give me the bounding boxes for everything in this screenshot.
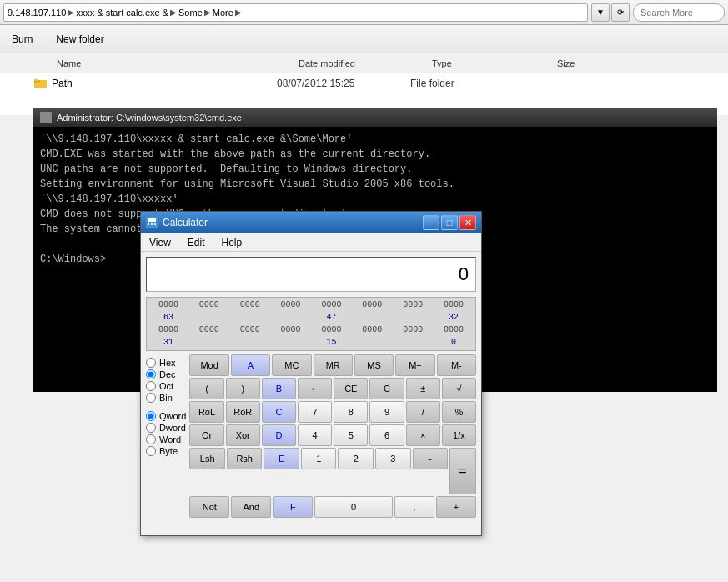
inv-button[interactable]: 1/x [442, 424, 476, 446]
dec-radio[interactable]: Dec [146, 369, 186, 379]
dec-radio-input[interactable] [146, 369, 156, 379]
reg-1-4: 0000 [312, 324, 352, 336]
reg-0-0: 0000 [148, 299, 188, 311]
col-type-header[interactable]: Type [425, 58, 550, 68]
maximize-button[interactable]: □ [441, 215, 458, 230]
calc-title-left: Calculator [146, 217, 208, 228]
menu-view[interactable]: View [144, 235, 176, 250]
hex-radio-input[interactable] [146, 358, 156, 368]
dot-button[interactable]: . [394, 496, 434, 518]
close-button[interactable]: ✕ [459, 215, 476, 230]
reg-num2-1 [189, 337, 229, 349]
qword-radio-input[interactable] [146, 411, 156, 421]
div-button[interactable]: / [406, 401, 440, 423]
plusminus-button[interactable]: ± [406, 378, 440, 399]
table-row[interactable]: Path 08/07/2012 15:25 File folder [0, 73, 728, 93]
dword-radio-input[interactable] [146, 423, 156, 433]
new-folder-button[interactable]: New folder [51, 30, 108, 48]
bin-radio-input[interactable] [146, 393, 156, 403]
qword-radio[interactable]: Qword [146, 411, 186, 421]
mminus-button[interactable]: M- [437, 354, 476, 376]
xor-button[interactable]: Xor [226, 424, 260, 446]
col-date-header[interactable]: Date modified [292, 58, 425, 68]
ce-button[interactable]: CE [334, 378, 368, 399]
address-seg-arrow: ▶ [235, 8, 242, 17]
8-button[interactable]: 8 [334, 401, 368, 423]
not-button[interactable]: Not [189, 496, 229, 518]
2-button[interactable]: 2 [338, 448, 374, 469]
e-button[interactable]: E [264, 448, 299, 469]
sqrt-button[interactable]: √ [442, 378, 476, 399]
a-button[interactable]: A [231, 354, 270, 376]
backspace-button[interactable]: ← [298, 378, 332, 399]
5-button[interactable]: 5 [334, 424, 368, 446]
byte-radio-input[interactable] [146, 446, 156, 456]
6-button[interactable]: 6 [369, 424, 404, 446]
word-radio[interactable]: Word [146, 434, 186, 444]
reg-1-3: 0000 [271, 324, 311, 336]
svg-rect-7 [154, 223, 156, 225]
svg-rect-6 [151, 223, 153, 225]
search-input[interactable] [633, 3, 725, 22]
rsh-button[interactable]: Rsh [227, 448, 263, 469]
rol-button[interactable]: RoL [189, 401, 223, 423]
menu-help[interactable]: Help [216, 235, 247, 250]
col-size-header[interactable]: Size [550, 58, 634, 68]
mplus-button[interactable]: M+ [395, 354, 434, 376]
ms-button[interactable]: MS [354, 354, 394, 376]
calc-display: 0 [146, 257, 476, 292]
menu-edit[interactable]: Edit [183, 235, 210, 250]
reg-0-1: 0000 [189, 299, 229, 311]
c-hex-button[interactable]: C [262, 401, 296, 423]
address-sep-3: ▶ [204, 8, 211, 17]
d-button[interactable]: D [262, 424, 296, 446]
bin-radio[interactable]: Bin [146, 393, 186, 403]
word-label: Word [159, 434, 181, 444]
sub-button[interactable]: - [413, 448, 449, 469]
4-button[interactable]: 4 [298, 424, 332, 446]
equals-button[interactable]: = [449, 448, 476, 494]
col-name-header[interactable]: Name [50, 58, 292, 68]
mc-button[interactable]: MC [272, 354, 311, 376]
address-segment-2: Some [178, 8, 203, 18]
bin-label: Bin [159, 393, 173, 403]
7-button[interactable]: 7 [298, 401, 332, 423]
rparen-button[interactable]: ) [226, 378, 260, 399]
1-button[interactable]: 1 [301, 448, 337, 469]
byte-radio[interactable]: Byte [146, 446, 186, 456]
b-button[interactable]: B [262, 378, 296, 399]
hex-radio[interactable]: Hex [146, 358, 186, 368]
percent-button[interactable]: % [442, 401, 476, 423]
3-button[interactable]: 3 [375, 448, 411, 469]
btn-row-6: Not And F 0 . + [189, 496, 476, 518]
c-button[interactable]: C [369, 378, 404, 399]
lparen-button[interactable]: ( [189, 378, 223, 399]
add-button[interactable]: + [436, 496, 476, 518]
burn-button[interactable]: Burn [7, 30, 38, 48]
word-radio-input[interactable] [146, 434, 156, 444]
0-button[interactable]: 0 [314, 496, 393, 518]
mr-button[interactable]: MR [314, 354, 353, 376]
reg-1-7: 0000 [434, 324, 474, 336]
reg-num2-0: 31 [148, 337, 188, 349]
address-path-box[interactable]: 9.148.197.110 ▶ xxxx & start calc.exe & … [3, 3, 588, 22]
reg-1-6: 0000 [393, 324, 433, 336]
f-button[interactable]: F [273, 496, 313, 518]
and-button[interactable]: And [231, 496, 271, 518]
reg-0-3: 0000 [271, 299, 311, 311]
oct-radio[interactable]: Oct [146, 381, 186, 391]
reg-num-1 [189, 312, 229, 324]
ror-button[interactable]: RoR [226, 401, 260, 423]
mul-button[interactable]: × [406, 424, 440, 446]
dropdown-btn[interactable]: ▼ [591, 3, 610, 22]
dword-radio[interactable]: Dword [146, 423, 186, 433]
address-path-text: 9.148.197.110 [8, 8, 66, 18]
mod-button[interactable]: Mod [189, 354, 228, 376]
or-button[interactable]: Or [189, 424, 223, 446]
9-button[interactable]: 9 [369, 401, 404, 423]
refresh-btn[interactable]: ⟳ [611, 3, 630, 22]
minimize-button[interactable]: ─ [423, 215, 439, 230]
lsh-button[interactable]: Lsh [189, 448, 225, 469]
oct-radio-input[interactable] [146, 381, 156, 391]
mode-radio-group: Hex Dec Oct Bin [146, 354, 186, 406]
